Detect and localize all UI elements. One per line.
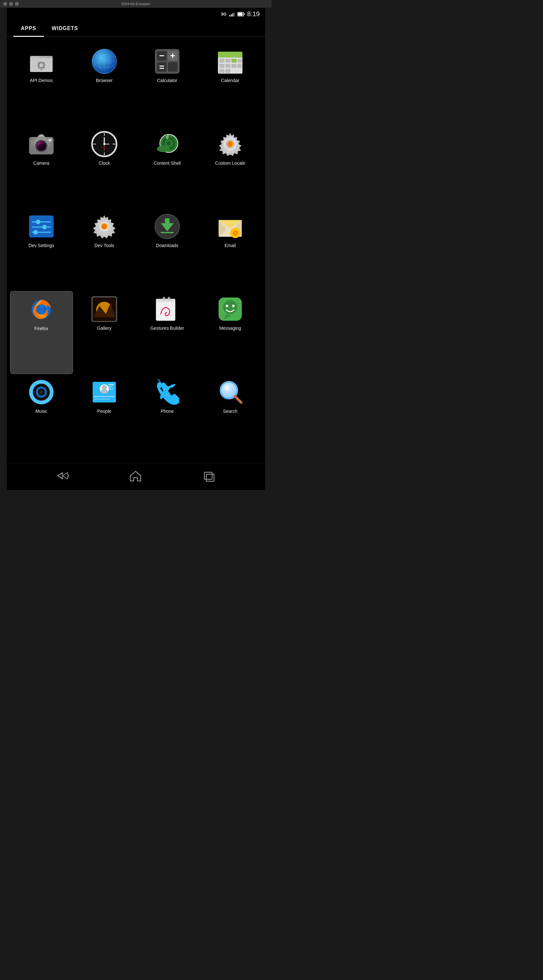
svg-point-86	[103, 226, 105, 228]
svg-point-6	[40, 63, 43, 67]
gestures-builder-icon	[154, 296, 180, 322]
camera-label: Camera	[33, 160, 49, 166]
svg-rect-127	[204, 472, 212, 479]
window-controls	[3, 2, 19, 6]
phone-icon	[154, 379, 180, 405]
svg-point-70	[168, 135, 168, 136]
dev-tools-icon	[91, 213, 117, 239]
home-button[interactable]	[129, 470, 142, 484]
signal-type: 3G	[221, 12, 226, 16]
svg-point-80	[42, 225, 47, 229]
tab-apps[interactable]: APPS	[13, 20, 44, 37]
api-demos-label: API Demos	[30, 78, 53, 83]
phone-frame: 3G 8:19 APPS WIDGETS	[7, 8, 265, 490]
svg-rect-41	[225, 64, 230, 68]
custom-locale-icon	[217, 131, 243, 157]
svg-rect-38	[232, 59, 237, 63]
close-btn[interactable]	[3, 2, 7, 6]
svg-rect-90	[161, 232, 174, 233]
svg-point-60	[103, 143, 105, 145]
svg-rect-51	[48, 139, 52, 142]
app-messaging[interactable]: Messaging	[199, 291, 262, 374]
app-email[interactable]: @ Email	[199, 208, 262, 291]
messaging-icon	[217, 296, 243, 322]
calculator-label: Calculator	[157, 78, 177, 83]
app-calendar[interactable]: Calendar	[199, 43, 262, 126]
svg-rect-42	[232, 64, 237, 68]
svg-rect-103	[93, 317, 116, 321]
svg-rect-40	[219, 64, 224, 68]
svg-point-67	[167, 137, 168, 138]
custom-locale-label: Custom Locale	[215, 160, 245, 166]
messaging-label: Messaging	[219, 325, 241, 331]
battery-icon	[238, 12, 245, 16]
svg-point-98	[36, 307, 46, 311]
svg-rect-8	[41, 68, 42, 70]
app-camera[interactable]: Camera	[10, 126, 73, 208]
app-downloads[interactable]: Downloads	[136, 208, 199, 291]
minimize-btn[interactable]	[9, 2, 13, 6]
app-dev-tools[interactable]: Dev Tools	[73, 208, 136, 291]
app-gallery[interactable]: Gallery	[73, 291, 136, 374]
app-custom-locale[interactable]: Custom Locale	[199, 126, 262, 208]
svg-rect-31	[159, 65, 164, 67]
svg-rect-89	[165, 218, 170, 224]
app-calculator[interactable]: Calculator	[136, 43, 199, 126]
svg-point-111	[232, 305, 235, 307]
app-api-demos[interactable]: API Demos	[10, 43, 73, 126]
api-demos-icon	[29, 48, 54, 74]
email-label: Email	[224, 243, 236, 248]
svg-rect-105	[156, 299, 175, 302]
nav-bar	[7, 463, 265, 490]
search-icon	[217, 379, 243, 405]
svg-point-110	[225, 305, 228, 307]
svg-rect-36	[219, 59, 224, 63]
signal-bars	[229, 12, 235, 16]
app-dev-settings[interactable]: Dev Settings	[10, 208, 73, 291]
svg-point-68	[157, 146, 170, 152]
svg-rect-45	[225, 69, 230, 73]
app-browser[interactable]: Browser	[73, 43, 136, 126]
svg-rect-32	[159, 68, 164, 69]
browser-label: Browser	[96, 78, 112, 83]
calendar-label: Calendar	[221, 78, 240, 83]
svg-rect-28	[159, 55, 164, 56]
app-content-shell[interactable]: Content Shell	[136, 126, 199, 208]
svg-point-50	[39, 143, 44, 149]
back-button[interactable]	[56, 471, 69, 482]
app-gestures-builder[interactable]: Gestures Builder	[136, 291, 199, 374]
svg-rect-9	[37, 65, 40, 66]
content-shell-icon	[154, 131, 180, 157]
maximize-btn[interactable]	[15, 2, 19, 6]
status-time: 8:19	[247, 10, 260, 18]
app-phone[interactable]: Phone	[136, 374, 199, 457]
svg-point-82	[33, 230, 38, 234]
svg-rect-43	[238, 64, 242, 68]
svg-point-75	[229, 143, 231, 145]
app-music[interactable]: Music	[10, 374, 73, 457]
music-icon	[29, 379, 54, 405]
svg-rect-30	[172, 54, 173, 58]
svg-rect-39	[238, 59, 242, 63]
status-bar: 3G 8:19	[7, 8, 265, 20]
svg-point-64	[167, 141, 171, 146]
app-clock[interactable]: Clock	[73, 126, 136, 208]
svg-point-114	[40, 391, 43, 393]
app-people[interactable]: People	[73, 374, 136, 457]
svg-rect-7	[41, 61, 42, 63]
svg-rect-123	[94, 399, 110, 399]
dev-settings-label: Dev Settings	[29, 243, 54, 248]
app-firefox[interactable]: Firefox	[10, 291, 73, 374]
dev-settings-icon	[29, 213, 54, 239]
title-bar: 5554:N5-Emulator	[0, 0, 272, 8]
search-label: Search	[223, 408, 237, 414]
svg-rect-10	[43, 65, 46, 66]
app-search[interactable]: Search	[199, 374, 262, 457]
recents-button[interactable]	[202, 471, 215, 482]
svg-rect-2	[238, 13, 243, 16]
svg-rect-35	[218, 55, 243, 57]
firefox-label: Firefox	[35, 326, 48, 331]
gallery-label: Gallery	[97, 325, 111, 331]
tab-widgets[interactable]: WIDGETS	[44, 20, 86, 37]
apps-grid: API Demos	[7, 37, 265, 463]
